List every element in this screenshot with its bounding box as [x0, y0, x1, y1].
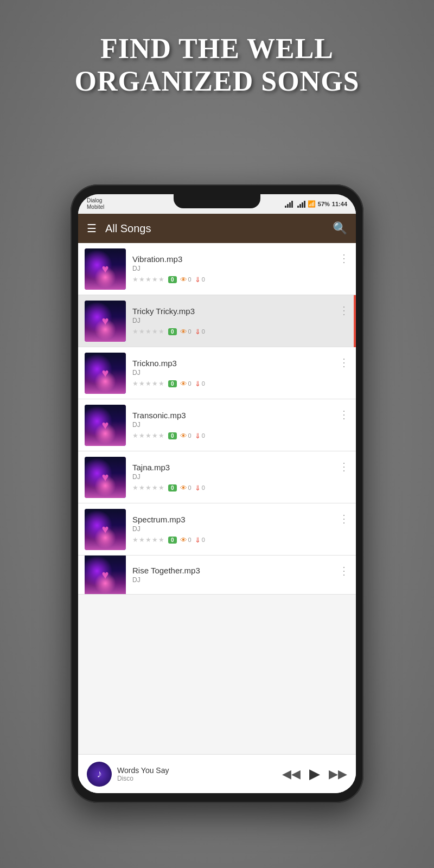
badge-2: 0 — [168, 328, 177, 335]
song-item-wrap-6: Spectrum.mp3 DJ ★★★★★ 0 👁 0 ⇓ 0 — [78, 503, 356, 556]
bar2 — [287, 204, 289, 208]
badge-6: 0 — [168, 537, 177, 544]
search-icon[interactable]: 🔍 — [333, 221, 347, 235]
mini-player-title: Words You Say — [117, 766, 282, 775]
bar3b — [302, 202, 303, 208]
song-item-wrap-3: Trickno.mp3 DJ ★★★★★ 0 👁 0 ⇓ 0 — [78, 347, 356, 399]
song-item-5[interactable]: Tajna.mp3 DJ ★★★★★ 0 👁 0 ⇓ 0 — [78, 451, 356, 503]
song-name-1: Vibration.mp3 — [132, 254, 339, 264]
song-artist-5: DJ — [132, 473, 339, 481]
song-name-2: Tricky Tricky.mp3 — [132, 307, 339, 316]
song-meta-4: ★★★★★ 0 👁 0 ⇓ 0 — [132, 432, 339, 440]
eye-count-1: 👁 0 — [180, 276, 192, 284]
song-name-6: Spectrum.mp3 — [132, 515, 339, 524]
red-accent-bar — [354, 295, 356, 347]
carrier-info: Dialog Mobitel — [87, 197, 104, 210]
song-artist-2: DJ — [132, 317, 339, 324]
badge-4: 0 — [168, 432, 177, 439]
menu-icon[interactable]: ☰ — [87, 222, 97, 235]
wifi-icon: 📶 — [308, 200, 316, 208]
eye-icon-1: 👁 — [180, 276, 187, 284]
song-info-3: Trickno.mp3 DJ ★★★★★ 0 👁 0 ⇓ 0 — [132, 359, 339, 388]
badge-3: 0 — [168, 380, 177, 387]
mini-player-thumb: ♪ — [87, 762, 112, 787]
mini-player-artist: Disco — [117, 775, 282, 782]
promo-title: FIND THE WELL ORGANIZED SONGS — [0, 33, 434, 98]
signal-bars — [285, 201, 293, 208]
dj-art-6 — [85, 509, 126, 550]
song-item-wrap-5: Tajna.mp3 DJ ★★★★★ 0 👁 0 ⇓ 0 — [78, 451, 356, 503]
signal-bars2 — [297, 201, 305, 208]
eye-count-6: 👁 0 — [180, 536, 192, 544]
eye-icon-6: 👁 — [180, 536, 187, 544]
dl-icon-3: ⇓ — [195, 380, 201, 388]
bar4 — [291, 201, 293, 208]
dl-icon-5: ⇓ — [195, 484, 201, 492]
play-button[interactable]: ▶ — [309, 765, 320, 782]
badge-1: 0 — [168, 276, 177, 283]
song-meta-1: ★★★★★ 0 👁 0 ⇓ 0 — [132, 276, 339, 284]
eye-count-2: 👁 0 — [180, 328, 192, 336]
song-item-wrap-1: Vibration.mp3 DJ ★★★★★ 0 👁 0 ⇓ 0 — [78, 243, 356, 295]
song-artist-7: DJ — [132, 576, 339, 584]
bar3 — [289, 202, 291, 208]
song-item-highlighted[interactable]: Tricky Tricky.mp3 DJ ★★★★★ 0 👁 0 ⇓ 0 — [78, 295, 356, 347]
dj-art-4 — [85, 405, 126, 446]
song-item-6[interactable]: Spectrum.mp3 DJ ★★★★★ 0 👁 0 ⇓ 0 — [78, 503, 356, 556]
dl-count-3: ⇓ 0 — [195, 380, 205, 388]
app-header: ☰ All Songs 🔍 — [78, 214, 356, 243]
dl-icon-4: ⇓ — [195, 432, 201, 440]
eye-icon-5: 👁 — [180, 484, 187, 492]
dl-count-1: ⇓ 0 — [195, 276, 205, 284]
dj-art-5 — [85, 457, 126, 498]
phone-frame: Dialog Mobitel 📶 57% 11:44 — [71, 184, 363, 803]
eye-icon-4: 👁 — [180, 432, 187, 440]
song-info-4: Transonic.mp3 DJ ★★★★★ 0 👁 0 ⇓ 0 — [132, 411, 339, 440]
bar1 — [285, 206, 286, 208]
song-artist-4: DJ — [132, 421, 339, 429]
bar1b — [297, 206, 299, 208]
next-button[interactable]: ▶▶ — [329, 767, 347, 781]
more-icon-7[interactable]: ⋮ — [339, 564, 349, 577]
song-info-2: Tricky Tricky.mp3 DJ ★★★★★ 0 👁 0 ⇓ 0 — [132, 307, 339, 336]
song-item-7[interactable]: Rise Together.mp3 DJ ⋮ — [78, 556, 356, 595]
song-info-7: Rise Together.mp3 DJ — [132, 566, 339, 584]
song-item-wrap-4: Transonic.mp3 DJ ★★★★★ 0 👁 0 ⇓ 0 — [78, 399, 356, 451]
more-icon-2[interactable]: ⋮ — [339, 304, 349, 317]
prev-button[interactable]: ◀◀ — [282, 767, 301, 781]
dl-icon-1: ⇓ — [195, 276, 201, 284]
song-name-5: Tajna.mp3 — [132, 463, 339, 472]
song-name-4: Transonic.mp3 — [132, 411, 339, 420]
more-icon-4[interactable]: ⋮ — [339, 408, 349, 421]
song-item-4[interactable]: Transonic.mp3 DJ ★★★★★ 0 👁 0 ⇓ 0 — [78, 399, 356, 451]
dl-count-4: ⇓ 0 — [195, 432, 205, 440]
song-item-3[interactable]: Trickno.mp3 DJ ★★★★★ 0 👁 0 ⇓ 0 — [78, 347, 356, 399]
more-icon-5[interactable]: ⋮ — [339, 460, 349, 473]
song-meta-3: ★★★★★ 0 👁 0 ⇓ 0 — [132, 380, 339, 388]
bar4b — [304, 201, 305, 208]
badge-5: 0 — [168, 484, 177, 492]
dj-art-7 — [85, 556, 126, 595]
song-meta-5: ★★★★★ 0 👁 0 ⇓ 0 — [132, 484, 339, 492]
song-name-7: Rise Together.mp3 — [132, 566, 339, 575]
stars-2: ★★★★★ — [132, 328, 165, 335]
song-item[interactable]: Vibration.mp3 DJ ★★★★★ 0 👁 0 ⇓ 0 — [78, 243, 356, 295]
phone-screen: Dialog Mobitel 📶 57% 11:44 — [78, 194, 356, 793]
mini-controls: ◀◀ ▶ ▶▶ — [282, 765, 347, 782]
song-artist-1: DJ — [132, 265, 339, 272]
mini-player-info: Words You Say Disco — [117, 766, 282, 782]
song-item-wrap-2: Tricky Tricky.mp3 DJ ★★★★★ 0 👁 0 ⇓ 0 — [78, 295, 356, 347]
more-icon-1[interactable]: ⋮ — [339, 252, 349, 265]
more-icon-6[interactable]: ⋮ — [339, 512, 349, 525]
more-icon-3[interactable]: ⋮ — [339, 356, 349, 369]
song-thumb-7 — [85, 556, 126, 595]
stars-4: ★★★★★ — [132, 432, 165, 439]
song-thumb-5 — [85, 457, 126, 498]
song-meta-6: ★★★★★ 0 👁 0 ⇓ 0 — [132, 536, 339, 544]
song-artist-3: DJ — [132, 369, 339, 376]
song-artist-6: DJ — [132, 525, 339, 533]
dj-art-2 — [85, 301, 126, 342]
battery: 57% — [318, 201, 330, 207]
status-right: 📶 57% 11:44 — [285, 200, 347, 208]
clock: 11:44 — [332, 201, 347, 207]
